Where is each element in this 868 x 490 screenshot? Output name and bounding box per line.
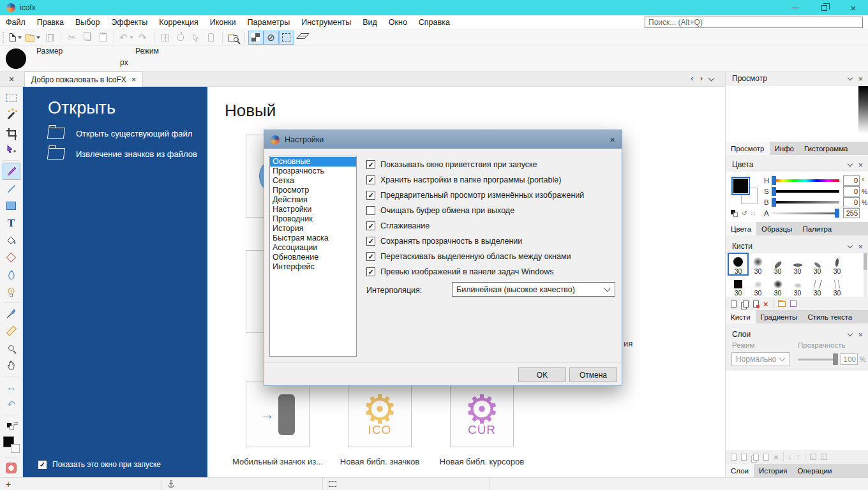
new-brush-icon[interactable]: [731, 301, 737, 308]
expand-colors-icon[interactable]: ∷: [751, 210, 754, 217]
checkbox-drag-between-windows[interactable]: [366, 252, 375, 261]
category-actions[interactable]: Действия: [270, 195, 356, 205]
default-colors-icon[interactable]: [731, 210, 738, 217]
new-layer-icon[interactable]: [731, 454, 737, 461]
card-mobile-icon[interactable]: →: [246, 382, 310, 447]
zoom-tool[interactable]: [3, 339, 20, 357]
close-all-tabs-icon[interactable]: ×: [9, 74, 14, 84]
foreground-color-swatch[interactable]: [731, 177, 750, 195]
brush-cell-ellipse-3[interactable]: 30: [807, 253, 827, 275]
brush-cell-scatter-1[interactable]: 30: [748, 275, 768, 297]
selection-visibility-toggle[interactable]: [279, 31, 294, 45]
tab-palette[interactable]: Палитра: [797, 222, 837, 235]
menu-help[interactable]: Справка: [413, 15, 456, 29]
tab-layers[interactable]: Слои: [726, 464, 754, 477]
rotate-tool[interactable]: ↶: [3, 396, 20, 413]
move-layer-up-icon[interactable]: ↑: [797, 452, 800, 461]
search-input[interactable]: [645, 17, 863, 28]
swap-colors-icon[interactable]: ↺: [742, 210, 747, 217]
menu-effects[interactable]: Эффекты: [105, 15, 153, 29]
collapse-panel-icon[interactable]: [848, 331, 853, 336]
foreground-background-colors[interactable]: [3, 434, 20, 455]
extract-icons-link[interactable]: Извлечение значков из файлов: [48, 148, 197, 160]
background-color-swatch[interactable]: [11, 444, 20, 453]
tab-welcome[interactable]: Добро пожаловать в IcoFX ×: [24, 71, 143, 87]
extract-icons-button[interactable]: [226, 31, 241, 45]
saturation-slider[interactable]: [772, 188, 839, 195]
saturation-value[interactable]: 0: [843, 186, 860, 197]
tab-swatches[interactable]: Образцы: [756, 222, 797, 235]
rectangle-tool[interactable]: [3, 197, 20, 214]
category-explorer[interactable]: Проводник: [270, 214, 356, 224]
settings-dialog-titlebar[interactable]: Настройки ×: [264, 130, 622, 149]
duplicate-layer-icon[interactable]: [753, 454, 759, 461]
close-button[interactable]: ×: [839, 0, 868, 15]
menu-select[interactable]: Выбор: [70, 15, 105, 29]
export-brush-icon[interactable]: [753, 301, 759, 308]
checkbox-clear-clipboard[interactable]: [366, 206, 375, 215]
eraser-tool[interactable]: [3, 249, 20, 266]
blur-tool[interactable]: [3, 266, 20, 283]
save-button[interactable]: [42, 31, 57, 45]
alpha-slider[interactable]: [772, 210, 839, 216]
merge-down-icon[interactable]: ↓: [810, 454, 816, 460]
category-associations[interactable]: Ассоциации: [270, 243, 356, 253]
tab-info[interactable]: Инфо: [770, 142, 799, 155]
close-panel-icon[interactable]: ×: [858, 160, 863, 170]
brush-cell-ellipse-2[interactable]: 30: [788, 253, 807, 275]
tab-list-icon[interactable]: [708, 75, 715, 82]
collapse-panel-icon[interactable]: [848, 243, 853, 248]
cancel-button[interactable]: Отмена: [569, 368, 617, 382]
interpolation-select[interactable]: Билинейная (высокое качество): [452, 282, 615, 297]
tab-scroll-right-icon[interactable]: ›: [700, 73, 703, 83]
save-brushes-icon[interactable]: [790, 301, 797, 307]
menu-adjust[interactable]: Коррекция: [153, 15, 204, 29]
color-picker-tool[interactable]: [3, 305, 20, 322]
brightness-slider[interactable]: [772, 199, 839, 205]
category-update[interactable]: Обновление: [270, 253, 356, 262]
brush-cell-ellipse-4[interactable]: 30: [827, 253, 847, 275]
brush-cell-ellipse-1[interactable]: 30: [768, 253, 788, 275]
brightness-slider-handle[interactable]: [772, 198, 776, 207]
checkbox-show-welcome[interactable]: [366, 160, 375, 169]
flip-tool[interactable]: ↔: [3, 378, 20, 396]
tab-text-style[interactable]: Стиль текста: [802, 310, 857, 323]
brush-cell-round[interactable]: 30: [728, 253, 748, 275]
category-quickmask[interactable]: Быстрая маска: [270, 234, 356, 243]
duplicate-brush-icon[interactable]: [743, 301, 749, 308]
category-preview[interactable]: Просмотр: [270, 186, 356, 195]
cursor-button[interactable]: [188, 31, 204, 45]
text-tool[interactable]: T: [3, 214, 20, 232]
transparency-grid-toggle[interactable]: [248, 31, 264, 45]
category-grid[interactable]: Сетка: [270, 176, 356, 186]
open-file-button[interactable]: [24, 31, 42, 45]
brush-tool[interactable]: [3, 163, 20, 180]
minimize-button[interactable]: [780, 0, 809, 15]
paste-button[interactable]: [95, 31, 110, 45]
settings-close-icon[interactable]: ×: [610, 134, 615, 145]
hue-slider-handle[interactable]: [772, 176, 776, 185]
fill-tool[interactable]: [3, 232, 20, 249]
ruler-tool[interactable]: [3, 322, 20, 339]
close-panel-icon[interactable]: ×: [858, 242, 863, 251]
brush-cell-square[interactable]: 30: [728, 275, 748, 297]
category-history[interactable]: История: [270, 224, 356, 234]
open-existing-file-link[interactable]: Открыть существующий файл: [48, 128, 192, 139]
brightness-value[interactable]: 0: [843, 197, 860, 207]
category-general[interactable]: Основные: [270, 157, 356, 167]
menu-options[interactable]: Параметры: [242, 15, 296, 29]
lighten-tool[interactable]: [3, 283, 20, 301]
delete-layer-icon[interactable]: ×: [774, 452, 779, 462]
checkbox-portable[interactable]: [366, 175, 375, 184]
menu-edit[interactable]: Правка: [31, 15, 70, 29]
menu-icons[interactable]: Иконки: [204, 15, 242, 29]
redo-button[interactable]: ↷: [135, 31, 151, 45]
checkbox-preview-modified[interactable]: [366, 191, 375, 200]
brush-scrollbar[interactable]: [864, 253, 867, 297]
scrollbar-thumb[interactable]: [864, 253, 867, 270]
layers-button[interactable]: [294, 31, 310, 45]
checkbox-taskbar-thumbnails[interactable]: [366, 267, 375, 276]
move-tool[interactable]: [3, 141, 20, 158]
layer-mode-select[interactable]: Нормально: [731, 352, 790, 366]
tab-scroll-left-icon[interactable]: ‹: [691, 73, 693, 83]
